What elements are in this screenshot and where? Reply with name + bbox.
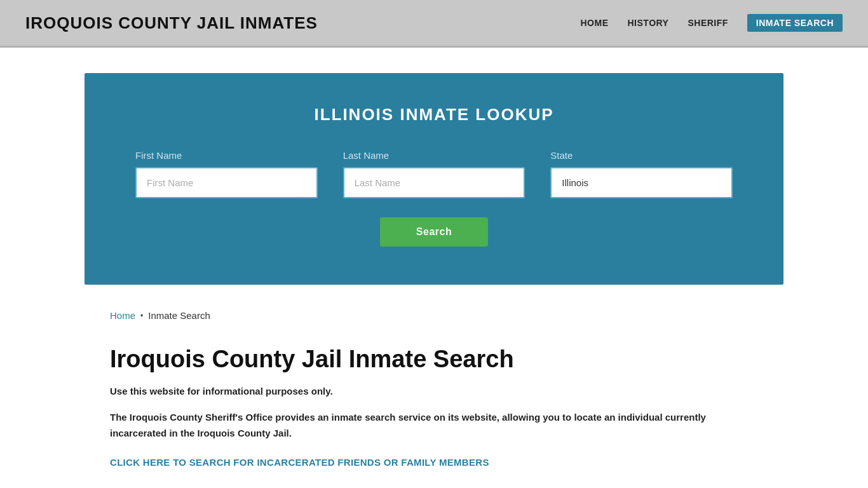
nav-sheriff[interactable]: SHERIFF	[688, 18, 728, 28]
state-group: State	[550, 150, 733, 198]
last-name-group: Last Name	[343, 150, 526, 198]
page-description: The Iroquois County Sheriff's Office pro…	[110, 409, 758, 442]
form-fields-row: First Name Last Name State	[135, 150, 733, 198]
state-label: State	[550, 150, 733, 161]
breadcrumb-current: Inmate Search	[148, 310, 210, 321]
last-name-label: Last Name	[343, 150, 526, 161]
site-header: IROQUOIS COUNTY JAIL INMATES HOME HISTOR…	[0, 0, 868, 48]
main-nav: HOME HISTORY SHERIFF INMATE SEARCH	[581, 14, 843, 32]
cta-link[interactable]: CLICK HERE to Search for Incarcerated Fr…	[110, 457, 489, 468]
main-content: Home • Inmate Search Iroquois County Jai…	[85, 310, 783, 488]
first-name-label: First Name	[135, 150, 318, 161]
state-input[interactable]	[550, 167, 733, 198]
page-subtitle: Use this website for informational purpo…	[110, 386, 758, 396]
nav-history[interactable]: HISTORY	[628, 18, 669, 28]
inmate-search-form: First Name Last Name State Search	[135, 150, 733, 247]
breadcrumb-separator: •	[140, 311, 143, 320]
first-name-group: First Name	[135, 150, 318, 198]
hero-title: ILLINOIS INMATE LOOKUP	[135, 105, 733, 125]
hero-lookup-section: ILLINOIS INMATE LOOKUP First Name Last N…	[85, 73, 783, 285]
nav-home[interactable]: HOME	[581, 18, 609, 28]
page-title: Iroquois County Jail Inmate Search	[110, 346, 758, 373]
site-title: IROQUOIS COUNTY JAIL INMATES	[25, 13, 318, 33]
breadcrumb: Home • Inmate Search	[110, 310, 758, 321]
nav-inmate-search[interactable]: INMATE SEARCH	[747, 14, 843, 32]
search-button[interactable]: Search	[380, 217, 488, 247]
breadcrumb-home-link[interactable]: Home	[110, 310, 135, 321]
first-name-input[interactable]	[135, 167, 318, 198]
last-name-input[interactable]	[343, 167, 526, 198]
